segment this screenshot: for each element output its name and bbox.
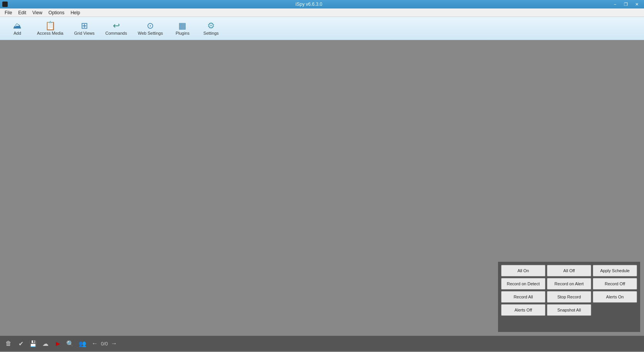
snapshot-all-button[interactable]: Snapshot All [547, 304, 591, 316]
menu-view[interactable]: View [29, 9, 45, 16]
menu-help[interactable]: Help [67, 9, 83, 16]
grid-views-icon: ⊞ [81, 22, 88, 30]
settings-button[interactable]: ⚙ Settings [198, 20, 225, 37]
status-bar: 🗑 ✔ 💾 ☁ ▶ 🔍 👥 ← 0/0 → [0, 336, 644, 351]
settings-icon: ⚙ [207, 22, 215, 30]
settings-label: Settings [203, 31, 219, 35]
grid-views-button[interactable]: ⊞ Grid Views [69, 20, 99, 37]
record-all-button[interactable]: Record All [501, 291, 545, 303]
access-media-button[interactable]: 📋 Access Media [32, 20, 68, 37]
main-wrapper: 🗑 ✔ 💾 ☁ ▶ 🔍 👥 ← 0/0 → All On All Off App… [0, 40, 644, 351]
plugins-button[interactable]: ▦ Plugins [169, 20, 196, 37]
menu-options[interactable]: Options [45, 9, 67, 16]
apply-schedule-button[interactable]: Apply Schedule [593, 265, 637, 276]
empty-cell [593, 304, 637, 316]
record-off-button[interactable]: Record Off [593, 278, 637, 290]
alerts-on-button[interactable]: Alerts On [593, 291, 637, 303]
web-settings-button[interactable]: ⊙ Web Settings [133, 20, 168, 37]
counter: 0/0 [101, 341, 108, 347]
cloud-icon[interactable]: ☁ [41, 340, 50, 347]
menu-bar: File Edit View Options Help [0, 8, 644, 17]
stop-record-button[interactable]: Stop Record [547, 291, 591, 303]
add-button[interactable]: ⛰ Add [4, 20, 31, 37]
minimize-button[interactable]: − [610, 1, 620, 8]
record-on-alert-button[interactable]: Record on Alert [547, 278, 591, 290]
search-icon[interactable]: 🔍 [65, 340, 75, 347]
web-settings-label: Web Settings [138, 31, 163, 35]
check-icon[interactable]: ✔ [16, 340, 25, 347]
menu-file[interactable]: File [2, 9, 15, 16]
restore-button[interactable]: ❐ [621, 1, 631, 8]
alerts-off-button[interactable]: Alerts Off [501, 304, 545, 316]
close-button[interactable]: ✕ [632, 1, 642, 8]
plugins-icon: ▦ [178, 22, 186, 30]
toolbar: ⛰ Add 📋 Access Media ⊞ Grid Views ↩ Comm… [0, 17, 644, 40]
app-icon [2, 2, 8, 7]
commands-button[interactable]: ↩ Commands [101, 20, 131, 37]
web-settings-icon: ⊙ [147, 22, 154, 30]
grid-views-label: Grid Views [74, 31, 94, 35]
commands-icon: ↩ [113, 22, 120, 30]
navigation: ← 0/0 → [90, 340, 119, 347]
save-icon[interactable]: 💾 [29, 340, 38, 347]
window-controls: − ❐ ✕ [610, 1, 642, 8]
youtube-icon[interactable]: ▶ [53, 341, 62, 347]
users-icon[interactable]: 👥 [78, 340, 87, 347]
all-on-button[interactable]: All On [501, 265, 545, 276]
delete-icon[interactable]: 🗑 [4, 340, 13, 347]
prev-arrow[interactable]: ← [90, 340, 99, 347]
title-text: iSpy v6.6.3.0 [8, 2, 610, 7]
title-bar: iSpy v6.6.3.0 − ❐ ✕ [0, 0, 644, 8]
add-label: Add [13, 31, 21, 35]
title-bar-left [2, 2, 8, 7]
menu-edit[interactable]: Edit [15, 9, 29, 16]
access-media-label: Access Media [37, 31, 63, 35]
plugins-label: Plugins [176, 31, 190, 35]
commands-label: Commands [105, 31, 127, 35]
control-panel: All On All Off Apply Schedule Record on … [498, 262, 640, 332]
add-icon: ⛰ [13, 22, 22, 30]
access-media-icon: 📋 [45, 22, 55, 30]
next-arrow[interactable]: → [109, 340, 119, 347]
record-on-detect-button[interactable]: Record on Detect [501, 278, 545, 290]
all-off-button[interactable]: All Off [547, 265, 591, 276]
